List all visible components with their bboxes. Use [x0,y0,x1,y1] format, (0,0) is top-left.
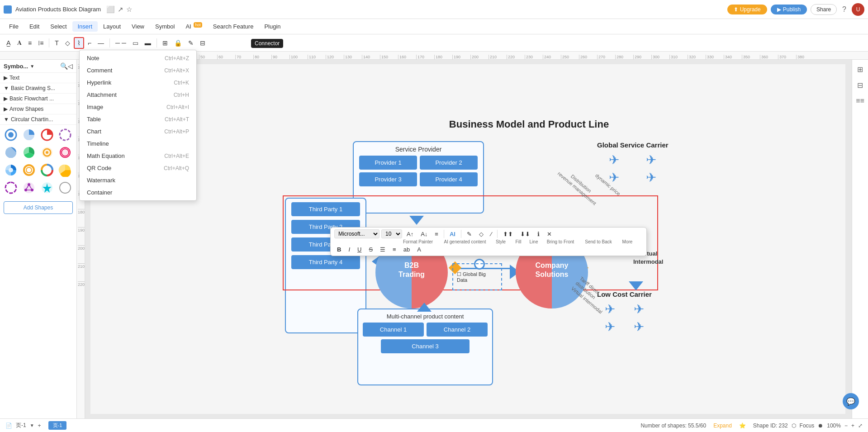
menu-entry-table[interactable]: Table Ctrl+Alt+T [80,113,196,125]
menu-entry-qr[interactable]: QR Code Ctrl+Alt+Q [80,162,196,174]
shape-item[interactable] [57,127,73,143]
sidebar-item-text[interactable]: ▶ Text [0,73,76,83]
tab-icon-2[interactable]: ↗ [118,5,123,14]
align-left-btn[interactable]: ≡ [25,38,34,48]
channel-1-btn[interactable]: Channel 1 [363,323,424,337]
bullet-btn[interactable]: ☰ [377,245,388,254]
menu-entry-note[interactable]: Note Ctrl+Alt+Z [80,52,196,64]
font-style-btn[interactable]: 𝐀 [14,38,24,48]
shape-item[interactable] [57,180,73,196]
tab-icon-3[interactable]: ☆ [126,5,132,14]
help-icon[interactable]: ? [840,5,848,14]
third-party-box[interactable]: Third Party 1 Third Party 2 Third Party … [285,198,366,333]
shape-item[interactable] [57,162,73,178]
sidebar-item-basic-flowchart[interactable]: ▶ Basic Flowchart ... [0,94,76,104]
menu-view[interactable]: View [126,21,150,32]
service-provider-box[interactable]: Service Provider Provider 1 Provider 2 P… [353,141,484,214]
bring-front-btn[interactable]: ⬆⬆ [500,230,516,238]
menu-entry-timeline[interactable]: Timeline [80,138,196,150]
connector-btn[interactable]: ⌇ [74,37,84,49]
share-button[interactable]: Share [811,4,837,15]
expand-label[interactable]: Expand [713,423,732,429]
menu-select[interactable]: Select [45,21,72,32]
rp-btn-3[interactable]: ≡≡ [854,95,866,107]
text-btn[interactable]: T [52,38,62,48]
line-style-btn[interactable]: ─ ─ [113,38,129,48]
multichannel-box[interactable]: Multi-channel product content Channel 1 … [357,309,493,385]
group-btn[interactable]: ⊞ [160,38,171,48]
menu-plugin[interactable]: Plugin [259,21,286,32]
line-btn[interactable]: ⁄ [488,230,494,238]
italic-btn[interactable]: I [346,245,353,254]
format-ai-btn[interactable]: AI [447,230,458,238]
menu-ai[interactable]: AI hot [180,21,207,32]
channel-3-btn[interactable]: Channel 3 [381,339,470,353]
shape-item[interactable] [21,144,37,161]
strikethrough-btn[interactable]: S [366,245,375,254]
menu-insert[interactable]: Insert [72,21,98,32]
menu-entry-image[interactable]: Image Ctrl+Alt+I [80,101,196,113]
provider-4-btn[interactable]: Provider 4 [420,172,478,186]
shape-item[interactable] [57,144,73,161]
menu-edit[interactable]: Edit [24,21,45,32]
menu-symbol[interactable]: Symbol [150,21,180,32]
table-btn[interactable]: ⊟ [197,38,208,48]
shadow-btn[interactable]: ▬ [142,38,154,48]
border-btn[interactable]: ▭ [130,38,141,48]
page-tab[interactable]: 页-1 [48,421,67,430]
dropdown-icon[interactable]: ▼ [30,64,34,69]
shape-item[interactable] [21,162,37,178]
global-big-data-box[interactable]: ☐ Global Big Data [452,263,502,290]
layers-icon[interactable]: ⬡ [792,423,796,429]
shape-item[interactable] [21,127,37,143]
record-icon[interactable]: ⏺ [818,423,823,429]
a-btn[interactable]: A [414,245,424,254]
provider-3-btn[interactable]: Provider 3 [359,172,417,186]
menu-entry-attachment[interactable]: Attachment Ctrl+H [80,89,196,101]
shape-item[interactable] [3,162,19,178]
shape-item[interactable] [39,162,55,178]
publish-button[interactable]: ▶ Publish [771,5,807,14]
menu-entry-container[interactable]: Container [80,186,196,199]
shape-item[interactable] [39,127,55,143]
shape-item[interactable] [21,180,37,196]
zoom-out-btn[interactable]: − [844,423,848,429]
menu-entry-chart[interactable]: Chart Ctrl+Alt+P [80,125,196,138]
bold-btn[interactable]: B [334,245,344,254]
font-color-btn[interactable]: A̲ [4,38,14,48]
third-party-4-btn[interactable]: Third Party 4 [291,255,360,269]
menu-entry-watermark[interactable]: Watermark [80,174,196,186]
decrease-font-btn[interactable]: A↓ [418,230,430,238]
sidebar-item-basic-drawing[interactable]: ▼ Basic Drawing S... [0,83,76,94]
add-page-btn[interactable]: + [38,423,41,429]
menu-entry-math[interactable]: Math Equation Ctrl+Alt+E [80,150,196,162]
info-btn[interactable]: ℹ [535,230,542,238]
fill-shape-btn[interactable]: ◇ [476,230,486,238]
shape-item[interactable] [3,180,19,196]
search-icon[interactable]: 🔍 [60,62,68,70]
shape-item[interactable] [39,180,55,196]
provider-2-btn[interactable]: Provider 2 [420,156,478,170]
underline-btn[interactable]: U [355,245,364,254]
send-back-btn[interactable]: ⬇⬇ [517,230,533,238]
rp-btn-2[interactable]: ⊟ [855,79,865,91]
zoom-in-btn[interactable]: + [851,423,854,429]
edit-icon-btn[interactable]: ✎ [464,230,474,238]
collapse-icon[interactable]: ◁ [68,62,73,70]
increase-font-btn[interactable]: A↑ [404,230,416,238]
rp-btn-1[interactable]: ⊞ [855,63,865,76]
menu-search-feature[interactable]: Search Feature [208,21,259,32]
list-btn[interactable]: ≡ [390,245,399,254]
edit-btn[interactable]: ✎ [185,38,196,48]
shape-item[interactable] [3,127,19,143]
elbow-connector-btn[interactable]: ⌐ [85,38,94,48]
page-dropdown[interactable]: ▼ [30,423,34,428]
menu-layout[interactable]: Layout [98,21,126,32]
menu-entry-comment[interactable]: Comment Ctrl+Alt+X [80,64,196,76]
expand-view-btn[interactable]: ⤢ [858,423,863,429]
tab-icon-1[interactable]: ⬜ [106,5,115,14]
shape-btn[interactable]: ◇ [62,38,73,48]
sidebar-item-circular[interactable]: ▼ Circular Chartin... [0,114,76,125]
ab-btn[interactable]: ab [401,245,413,254]
menu-entry-hyperlink[interactable]: Hyperlink Ctrl+K [80,76,196,89]
